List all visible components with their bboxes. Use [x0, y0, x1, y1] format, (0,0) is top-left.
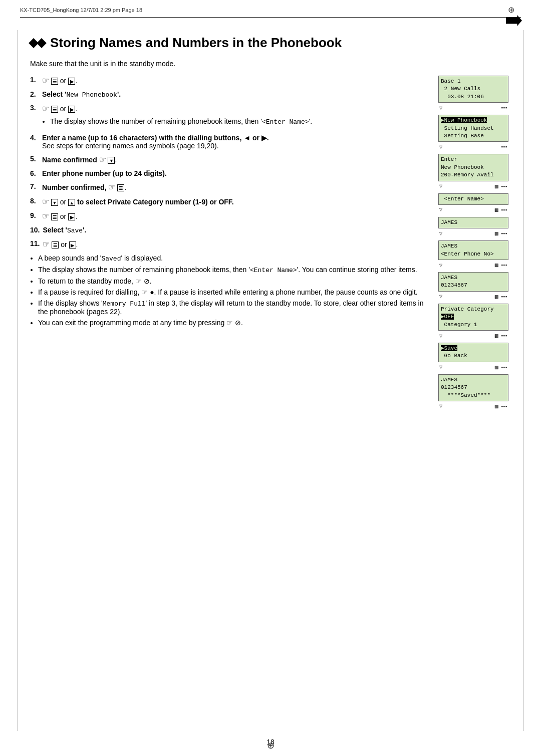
lcd-down-arrow-7: ▽	[439, 294, 442, 299]
lcd-2-selected: ▶New Phonebook	[441, 117, 487, 123]
lcd-dots-8: ▩ ▪▪▪	[494, 333, 507, 338]
handset-icon-b6: ☞	[226, 319, 233, 327]
lcd-4-line-1: <Enter Name>	[441, 195, 506, 203]
page-header: KX-TCD705_HongKong 12/7/01 2:29 pm Page …	[20, 5, 521, 18]
lcd-screen-9: ▶Save Go Back	[438, 343, 508, 362]
lcd-6-line-2: <Enter Phone No>	[441, 250, 506, 258]
left-margin	[18, 30, 18, 731]
menu-icon-7: ☰	[117, 184, 124, 191]
lcd-down-arrow-4: ▽	[439, 207, 442, 212]
lcd-down-arrow-9: ▽	[439, 365, 442, 369]
step-8: 8. ☞ ▼ or ▲ to select Private Category n…	[30, 197, 428, 206]
lcd-1-bar: ▽ ▪▪▪	[438, 105, 508, 111]
bottom-crosshair-icon: ⊕	[267, 740, 275, 751]
up-nav-icon-8: ▲	[68, 199, 75, 206]
lcd-9-line-2: Go Back	[441, 352, 506, 360]
lcd-1-line-2: 2 New Calls	[441, 85, 506, 93]
step-10: 10. Select 'Save'.	[30, 226, 428, 234]
step-9-number: 9.	[30, 211, 39, 219]
step-7: 7. Number confirmed, ☞ ☰.	[30, 182, 428, 192]
lcd-screen-8: Private Category ▶OFF Category 1	[438, 304, 508, 331]
lcd-6-line-1: JAMES	[441, 242, 506, 250]
step-7-number: 7.	[30, 182, 39, 190]
title-text: Storing Names and Numbers in the Phonebo…	[50, 35, 342, 51]
step-8-text: to select Private Category number (1-9) …	[77, 198, 234, 206]
step-4: 4. Enter a name (up to 16 characters) wi…	[30, 134, 428, 150]
header-text: KX-TCD705_HongKong 12/7/01 2:29 pm Page …	[20, 7, 505, 13]
handset-icon: ☞	[42, 76, 49, 85]
step-5-content: Name confirmed ☞ ▼.	[42, 155, 428, 164]
enter-name-ref: <Enter Name>	[262, 118, 309, 126]
lcd-dots-4: ▩ ▪▪▪	[494, 207, 507, 212]
lcd-screen-6: JAMES <Enter Phone No>	[438, 240, 508, 260]
lcd-10-bar: ▽ ▩ ▪▪▪	[438, 403, 508, 409]
step-11-content: ☞ ☰ or ▶.	[43, 239, 428, 249]
handset-icon-7: ☞	[108, 183, 115, 191]
right-nav-icon-1: ▶	[68, 78, 75, 85]
step-1-number: 1.	[30, 76, 39, 84]
lcd-10-line-1: JAMES	[441, 376, 506, 384]
step-5-text: Name confirmed	[42, 156, 99, 164]
lcd-5-line-1: JAMES	[441, 219, 506, 226]
intro-text: Make sure that the unit is in the standb…	[30, 60, 511, 68]
diamond-icon-2	[37, 38, 47, 48]
lcd-down-arrow-8: ▽	[439, 334, 442, 338]
step-1-content: ☞ ☰ or ▶.	[42, 76, 428, 85]
enter-name-code: <Enter Name>	[250, 267, 297, 274]
lcd-down-arrow-10: ▽	[439, 404, 442, 408]
step-8-number: 8.	[30, 197, 39, 205]
right-nav-icon-3: ▶	[68, 106, 75, 113]
lcd-dots-2: ▪▪▪	[501, 144, 507, 149]
memory-full-code: Memory Full	[103, 300, 146, 308]
page-title: Storing Names and Numbers in the Phonebo…	[30, 35, 511, 51]
menu-icon-3: ☰	[51, 106, 58, 113]
step-10-content: Select 'Save'.	[43, 226, 428, 234]
step-2-label: Select '	[42, 90, 66, 98]
off-icon-2: ⊘	[235, 319, 241, 327]
lcd-dots-10: ▩ ▪▪▪	[494, 404, 507, 409]
menu-icon-11: ☰	[52, 241, 59, 248]
step-4-sub: See steps for entering names and symbols…	[42, 142, 219, 150]
step-3-content: ☞ ☰ or ▶. The display shows the number o…	[42, 104, 428, 129]
lcd-8-line-2: ▶OFF	[441, 313, 506, 321]
lcd-2-line-3: Setting Base	[441, 132, 506, 140]
menu-icon-9: ☰	[51, 213, 58, 220]
lcd-screen-7: JAMES 01234567	[438, 272, 508, 292]
lcd-dots-5: ▩ ▪▪▪	[494, 231, 507, 236]
or-text-1: or	[60, 77, 68, 85]
step-3-number: 3.	[30, 104, 39, 112]
right-nav-icon-11: ▶	[69, 241, 76, 248]
step-10-label: Select '	[43, 226, 67, 234]
step-10-number: 10.	[30, 226, 40, 234]
lcd-3-line-3: 200-Memory Avail	[441, 171, 506, 179]
lcd-dots-7: ▩ ▪▪▪	[494, 294, 507, 299]
lcd-8-line-3: Category 1	[441, 321, 506, 329]
lcd-screen-3: Enter New Phonebook 200-Memory Avail	[438, 154, 508, 181]
lcd-3-line-2: New Phonebook	[441, 164, 506, 171]
lcd-dots-1: ▪▪▪	[501, 105, 507, 110]
step-6-text: Enter phone number (up to 24 digits).	[42, 169, 167, 177]
step-6: 6. Enter phone number (up to 24 digits).	[30, 169, 428, 177]
step-7-text: Number confirmed,	[42, 183, 108, 191]
lcd-2-line-2: Setting Handset	[441, 125, 506, 132]
step-3-bullet: The display shows the number of remainin…	[50, 117, 428, 126]
lcd-column: Base 1 2 New Calls 03.08 21:06 ▽ ▪▪▪ ▶Ne…	[438, 76, 511, 413]
lcd-8-line-1: Private Category	[441, 306, 506, 313]
lcd-down-arrow-6: ▽	[439, 263, 442, 268]
content-wrapper: 1. ☞ ☰ or ▶. 2. Select 'New Phonebook'. …	[30, 76, 511, 413]
handset-icon-b3: ☞	[135, 277, 142, 285]
step-7-content: Number confirmed, ☞ ☰.	[42, 182, 428, 192]
step-10-end: '.	[83, 226, 86, 234]
step-6-content: Enter phone number (up to 24 digits).	[42, 169, 428, 177]
down-nav-icon-5: ▼	[108, 157, 115, 164]
steps-column: 1. ☞ ☰ or ▶. 2. Select 'New Phonebook'. …	[30, 76, 428, 413]
lcd-screen-1: Base 1 2 New Calls 03.08 21:06	[438, 76, 508, 103]
or-text-8: or	[60, 198, 68, 206]
right-margin	[523, 30, 523, 731]
step-1: 1. ☞ ☰ or ▶.	[30, 76, 428, 85]
handset-icon-9: ☞	[42, 212, 49, 220]
lcd-7-bar: ▽ ▩ ▪▪▪	[438, 294, 508, 300]
step-5-number: 5.	[30, 155, 39, 163]
lcd-screen-2: ▶New Phonebook Setting Handset Setting B…	[438, 115, 508, 142]
right-nav-icon-9: ▶	[68, 213, 75, 220]
